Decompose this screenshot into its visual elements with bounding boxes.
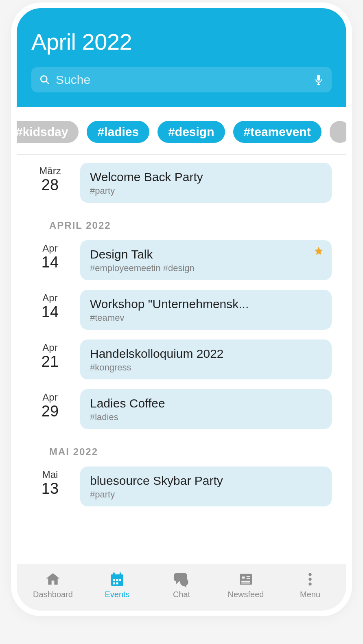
event-tags: #ladies: [90, 412, 322, 423]
event-date-month: Mai: [31, 469, 69, 480]
tab-dashboard[interactable]: Dashboard: [26, 571, 79, 599]
page-title: April 2022: [31, 28, 332, 55]
filter-chip-teamevent[interactable]: #teamevent: [233, 121, 321, 143]
filter-chip-ladies[interactable]: #ladies: [87, 121, 149, 143]
event-title: bluesource Skybar Party: [90, 474, 322, 488]
svg-rect-7: [113, 572, 115, 576]
svg-point-14: [180, 578, 188, 586]
svg-line-1: [46, 81, 49, 84]
svg-point-23: [308, 583, 311, 585]
event-date-day: 28: [31, 177, 69, 194]
event-card[interactable]: Ladies Coffee #ladies: [80, 389, 332, 429]
tab-label: Chat: [173, 590, 190, 599]
event-tags: #teamev: [90, 313, 322, 323]
event-row[interactable]: Apr 29 Ladies Coffee #ladies: [31, 389, 332, 429]
event-tags: #party: [90, 489, 322, 500]
filter-chip-design[interactable]: #design: [157, 121, 225, 143]
home-icon: [45, 571, 61, 587]
header: April 2022 Suche: [17, 8, 346, 107]
event-card[interactable]: bluesource Skybar Party #party: [80, 467, 332, 506]
event-title: Ladies Coffee: [90, 396, 322, 410]
tab-chat[interactable]: Chat: [155, 571, 208, 599]
svg-rect-8: [120, 572, 121, 576]
event-card[interactable]: Handelskolloquium 2022 #kongress: [80, 340, 332, 379]
event-card[interactable]: Design Talk #employeemeetin #design: [80, 240, 332, 280]
device-frame: April 2022 Suche #kidsday #ladies #desig…: [17, 8, 346, 611]
svg-rect-10: [116, 579, 118, 581]
filter-chip-more[interactable]: [330, 121, 346, 143]
tab-events[interactable]: Events: [91, 571, 144, 599]
filter-chips-row[interactable]: #kidsday #ladies #design #teamevent: [17, 107, 346, 155]
event-date-day: 29: [31, 403, 69, 420]
filter-chip-kidsday[interactable]: #kidsday: [17, 121, 79, 143]
event-date: Mai 13: [31, 467, 69, 506]
svg-rect-13: [116, 583, 118, 585]
tab-newsfeed[interactable]: Newsfeed: [219, 571, 272, 599]
event-row[interactable]: März 28 Welcome Back Party #party: [31, 163, 332, 203]
events-list[interactable]: März 28 Welcome Back Party #party APRIL …: [17, 155, 346, 564]
event-date: Apr 14: [31, 290, 69, 330]
tab-label: Menu: [300, 590, 320, 599]
section-header: APRIL 2022: [31, 212, 332, 240]
newspaper-icon: [238, 571, 254, 587]
event-date: März 28: [31, 163, 69, 203]
chat-icon: [173, 571, 190, 587]
search-input[interactable]: Suche: [31, 67, 332, 92]
event-date-day: 14: [31, 304, 69, 321]
svg-point-21: [308, 573, 311, 576]
event-card[interactable]: Welcome Back Party #party: [80, 163, 332, 203]
more-vertical-icon: [302, 571, 318, 587]
event-row[interactable]: Apr 14 Workshop "Unternehmensk... #teame…: [31, 290, 332, 330]
event-title: Workshop "Unternehmensk...: [90, 297, 322, 311]
search-placeholder: Suche: [56, 73, 308, 87]
svg-rect-9: [113, 579, 115, 581]
event-card[interactable]: Workshop "Unternehmensk... #teamev: [80, 290, 332, 330]
event-date: Apr 21: [31, 340, 69, 379]
event-date: Apr 29: [31, 389, 69, 429]
microphone-icon[interactable]: [314, 74, 324, 85]
event-date-month: Apr: [31, 243, 69, 254]
event-date-month: Apr: [31, 342, 69, 353]
tab-label: Dashboard: [33, 590, 73, 599]
event-row[interactable]: Apr 21 Handelskolloquium 2022 #kongress: [31, 340, 332, 379]
event-row[interactable]: Apr 14 Design Talk #employeemeetin #desi…: [31, 240, 332, 280]
calendar-icon: [109, 571, 125, 587]
event-tags: #employeemeetin #design: [90, 263, 322, 274]
section-header: MAI 2022: [31, 439, 332, 467]
tab-label: Events: [105, 590, 129, 599]
search-icon: [39, 74, 50, 85]
event-date-month: März: [31, 165, 69, 177]
event-title: Welcome Back Party: [90, 170, 322, 184]
svg-point-0: [41, 76, 47, 82]
tab-menu[interactable]: Menu: [284, 571, 337, 599]
svg-rect-6: [111, 574, 123, 577]
tab-label: Newsfeed: [228, 590, 264, 599]
event-date-month: Apr: [31, 292, 69, 304]
event-date-day: 21: [31, 353, 69, 370]
event-date-month: Apr: [31, 392, 69, 403]
event-date-day: 13: [31, 480, 69, 497]
event-row[interactable]: Mai 13 bluesource Skybar Party #party: [31, 467, 332, 506]
event-date-day: 14: [31, 254, 69, 271]
event-title: Design Talk: [90, 248, 322, 261]
svg-point-22: [308, 578, 311, 580]
svg-rect-11: [119, 579, 121, 581]
event-tags: #kongress: [90, 362, 322, 373]
event-date: Apr 14: [31, 240, 69, 280]
svg-rect-2: [317, 75, 320, 81]
svg-rect-12: [113, 583, 115, 585]
star-icon[interactable]: [314, 246, 324, 256]
svg-rect-16: [241, 576, 245, 579]
event-tags: #party: [90, 186, 322, 196]
screen: April 2022 Suche #kidsday #ladies #desig…: [17, 8, 346, 611]
event-title: Handelskolloquium 2022: [90, 347, 322, 361]
tab-bar: Dashboard Events Chat Newsfeed: [17, 564, 346, 611]
